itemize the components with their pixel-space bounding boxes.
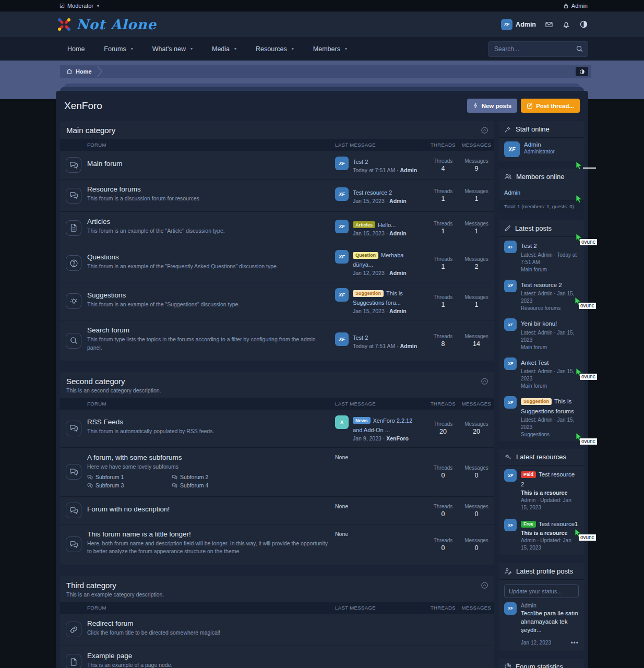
post-title[interactable]: Test 2: [521, 243, 537, 249]
resource-avatar[interactable]: XF: [504, 469, 517, 482]
subforum-link[interactable]: Subforum 1: [87, 474, 172, 480]
forum-title[interactable]: Main forum: [87, 160, 328, 168]
forum-description: Here, both forum name and description fi…: [87, 540, 328, 555]
post-avatar[interactable]: XF: [504, 396, 517, 409]
staff-online-widget: Staff online XF Admin Administrator: [499, 121, 584, 161]
nav-tab[interactable]: Forums ▾: [92, 37, 140, 61]
forum-node-icon: [66, 255, 81, 271]
forum-description: This forum is automatically populated by…: [87, 427, 328, 435]
subforum-link[interactable]: Subforum 2: [172, 474, 256, 480]
forum-description: This forum is an example of the "Suggest…: [87, 301, 328, 308]
dark-mode-toggle-icon[interactable]: [579, 20, 588, 29]
post-title[interactable]: Anket Test: [521, 360, 549, 366]
profile-post-date[interactable]: Jan 12, 2023: [521, 640, 551, 646]
subforum-list: Subforum 1 Subforum 2 Subforum 3: [87, 474, 328, 491]
column-header-forum: FORUM: [87, 605, 335, 611]
forum-title[interactable]: Articles: [87, 218, 328, 225]
forum-statistics-header: Forum statistics: [499, 659, 584, 668]
forum-title[interactable]: Suggestions: [87, 291, 328, 299]
forum-title[interactable]: This forum name is a little longer!: [87, 530, 328, 538]
subforum-link[interactable]: Subforum 4: [172, 482, 256, 488]
search-icon[interactable]: [576, 45, 583, 53]
collapse-category-icon[interactable]: [481, 126, 488, 134]
last-message-author[interactable]: XenForo: [386, 435, 409, 442]
nav-tab[interactable]: Home: [56, 37, 92, 61]
nav-tab[interactable]: Media ▾: [200, 37, 244, 61]
last-message-author[interactable]: Admin: [400, 343, 417, 349]
last-message-avatar[interactable]: XF: [335, 332, 349, 346]
more-options-icon[interactable]: •••: [570, 639, 579, 647]
new-posts-button[interactable]: New posts: [467, 99, 518, 113]
last-message-avatar[interactable]: XF: [335, 250, 349, 264]
category-title[interactable]: Second category: [66, 377, 488, 386]
subforum-link[interactable]: Subforum 3: [87, 482, 172, 488]
forum-title[interactable]: Forum with no description!: [87, 505, 328, 513]
last-message-date: Jan 15, 2023: [353, 308, 385, 314]
forum-title[interactable]: Redirect forum: [87, 619, 328, 627]
last-message-avatar[interactable]: XF: [335, 157, 349, 170]
last-message-author[interactable]: Admin: [389, 230, 407, 236]
post-forum[interactable]: Resource forums: [521, 305, 579, 311]
last-message-date: Jan 15, 2023: [353, 230, 385, 236]
post-avatar[interactable]: XF: [504, 318, 517, 331]
staff-avatar[interactable]: XF: [504, 141, 520, 157]
last-message-avatar[interactable]: XF: [335, 288, 349, 302]
collapse-category-icon[interactable]: [481, 377, 488, 385]
last-message-title[interactable]: Test 2: [353, 335, 368, 341]
admin-link-label: Admin: [571, 3, 588, 9]
forum-title[interactable]: RSS Feeds: [87, 418, 328, 426]
last-message-author[interactable]: Admin: [400, 167, 417, 173]
alerts-bell-icon[interactable]: [562, 20, 570, 29]
admin-lock-link[interactable]: Admin: [563, 3, 588, 9]
breadcrumb-home[interactable]: Home: [66, 68, 92, 75]
profile-post-avatar[interactable]: XF: [504, 602, 517, 615]
post-title[interactable]: Test resource 2: [521, 282, 562, 288]
forum-title[interactable]: Questions: [87, 253, 328, 261]
profile-post-user[interactable]: Admin: [521, 602, 579, 609]
post-title[interactable]: Yeni bir konu!: [521, 320, 557, 327]
forum-title[interactable]: Search forum: [87, 326, 328, 334]
column-header-forum: FORUM: [87, 142, 335, 148]
last-message-title[interactable]: Hello...: [378, 222, 396, 228]
account-menu[interactable]: XF Admin: [501, 19, 536, 30]
post-avatar[interactable]: XF: [504, 280, 517, 292]
staff-online-title: Staff online: [516, 125, 550, 133]
nav-tab[interactable]: Members ▾: [302, 37, 355, 61]
post-avatar[interactable]: XF: [504, 241, 517, 253]
forum-title[interactable]: A forum, with some subforums: [87, 454, 328, 461]
moderator-menu[interactable]: ☑ Moderator ▼: [59, 3, 100, 9]
last-message-avatar[interactable]: X: [335, 415, 349, 429]
last-message-author[interactable]: Admin: [389, 308, 407, 314]
forum-title[interactable]: Example page: [87, 652, 328, 660]
style-variation-toggle[interactable]: [576, 67, 588, 76]
search-input[interactable]: [488, 41, 588, 57]
post-forum[interactable]: Main forum: [521, 344, 579, 350]
last-message-author[interactable]: Admin: [389, 198, 407, 204]
resource-title[interactable]: Test resource1: [539, 521, 578, 527]
staff-name[interactable]: Admin: [524, 141, 555, 148]
last-message-author[interactable]: Admin: [389, 270, 407, 276]
conversations-icon[interactable]: [545, 20, 553, 29]
nav-tab[interactable]: Resources ▾: [244, 37, 302, 61]
post-thread-button[interactable]: Post thread...: [521, 99, 580, 113]
status-update-input[interactable]: [504, 584, 579, 598]
latest-resources-header: Latest resources: [499, 449, 584, 466]
last-message-avatar[interactable]: XF: [335, 187, 349, 201]
members-online-names[interactable]: Admin: [499, 185, 584, 200]
post-forum[interactable]: Main forum: [521, 267, 579, 272]
site-logo[interactable]: Not Alone: [56, 16, 157, 33]
post-forum[interactable]: Suggestions: [521, 432, 579, 437]
forum-title[interactable]: Resource forums: [87, 185, 328, 193]
category-title[interactable]: Third category: [66, 581, 488, 590]
resource-item: XF FreeTest resource1 This is a resource…: [499, 515, 584, 555]
category-title[interactable]: Main category: [66, 126, 488, 135]
last-message-title[interactable]: Test resource 2: [353, 189, 392, 196]
resource-avatar[interactable]: XF: [504, 519, 517, 531]
last-message-title[interactable]: Test 2: [353, 159, 368, 165]
collapse-category-icon[interactable]: [481, 581, 488, 589]
last-message-avatar[interactable]: XF: [335, 220, 349, 233]
post-avatar[interactable]: XF: [504, 357, 517, 370]
post-forum[interactable]: Main forum: [521, 383, 579, 389]
messages-count: 20: [461, 428, 492, 435]
nav-tab[interactable]: What's new ▾: [141, 37, 200, 61]
